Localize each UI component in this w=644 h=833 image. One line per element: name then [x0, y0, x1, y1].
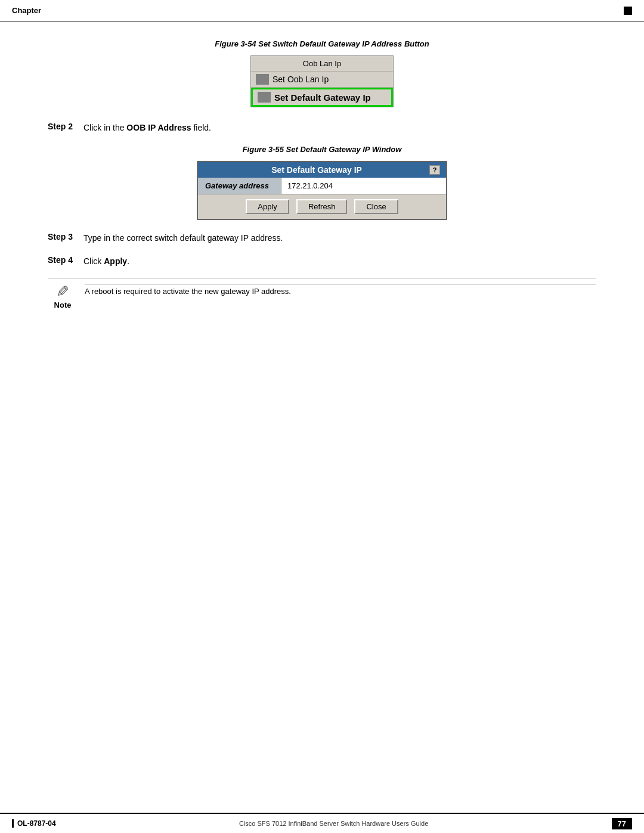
dialog-apply-button[interactable]: Apply	[246, 199, 289, 214]
header-right-decoration	[624, 7, 632, 15]
step-2-text: Click in the OOB IP Address field.	[83, 122, 211, 134]
menu-item-set-default-gateway[interactable]: Set Default Gateway Ip	[251, 88, 393, 107]
step-2-label: Step 2	[48, 122, 83, 131]
note-pencil-icon: ✎	[56, 284, 69, 299]
dialog-buttons-row: Apply Refresh Close	[198, 194, 446, 219]
main-content: Figure 3-54 Set Switch Default Gateway I…	[0, 21, 644, 345]
figure-55-caption: Figure 3-55 Set Default Gateway IP Windo…	[48, 145, 596, 154]
dialog-gateway-value[interactable]: 172.21.0.204	[281, 178, 446, 194]
header-bar: Chapter	[0, 0, 644, 21]
figure-54-container: Oob Lan Ip Set Oob Lan Ip Set Default Ga…	[48, 55, 596, 107]
step-4-label: Step 4	[48, 255, 83, 265]
dialog-set-default-gateway: Set Default Gateway IP ? Gateway address…	[197, 161, 447, 220]
figure-55-container: Set Default Gateway IP ? Gateway address…	[48, 161, 596, 220]
menu-icon-set-oob	[256, 74, 269, 85]
dialog-refresh-button[interactable]: Refresh	[296, 199, 348, 214]
menu-icon-set-gateway	[258, 92, 271, 103]
footer-title: Cisco SFS 7012 InfiniBand Server Switch …	[56, 820, 612, 827]
header-chapter-label: Chapter	[12, 6, 41, 15]
dialog-gateway-row: Gateway address 172.21.0.204	[198, 178, 446, 194]
step-4-row: Step 4 Click Apply.	[48, 255, 596, 268]
dialog-close-button[interactable]: Close	[354, 199, 398, 214]
note-icon-area: ✎ Note	[48, 284, 78, 309]
note-text: A reboot is required to activate the new…	[85, 284, 596, 298]
step-3-text: Type in the correct switch default gatew…	[83, 232, 283, 244]
step-3-row: Step 3 Type in the correct switch defaul…	[48, 232, 596, 244]
step-3-label: Step 3	[48, 232, 83, 241]
footer-doc-id: OL-8787-04	[12, 819, 56, 828]
menu-item-oob-lan-ip[interactable]: Oob Lan Ip	[251, 56, 393, 72]
dialog-gateway-label: Gateway address	[198, 178, 281, 194]
note-label: Note	[54, 301, 72, 309]
figure-54-caption: Figure 3-54 Set Switch Default Gateway I…	[48, 39, 596, 48]
dialog-title-bar: Set Default Gateway IP ?	[198, 162, 446, 178]
step-4-text: Click Apply.	[83, 255, 129, 268]
dialog-help-button[interactable]: ?	[429, 165, 440, 175]
menu-item-set-oob-lan-ip[interactable]: Set Oob Lan Ip	[251, 72, 393, 88]
note-section: ✎ Note A reboot is required to activate …	[48, 278, 596, 309]
step-2-row: Step 2 Click in the OOB IP Address field…	[48, 122, 596, 134]
menu-screenshot: Oob Lan Ip Set Oob Lan Ip Set Default Ga…	[250, 55, 394, 107]
dialog-title-text: Set Default Gateway IP	[204, 165, 429, 175]
footer: OL-8787-04 Cisco SFS 7012 InfiniBand Ser…	[0, 813, 644, 833]
footer-page-number: 77	[612, 818, 632, 829]
